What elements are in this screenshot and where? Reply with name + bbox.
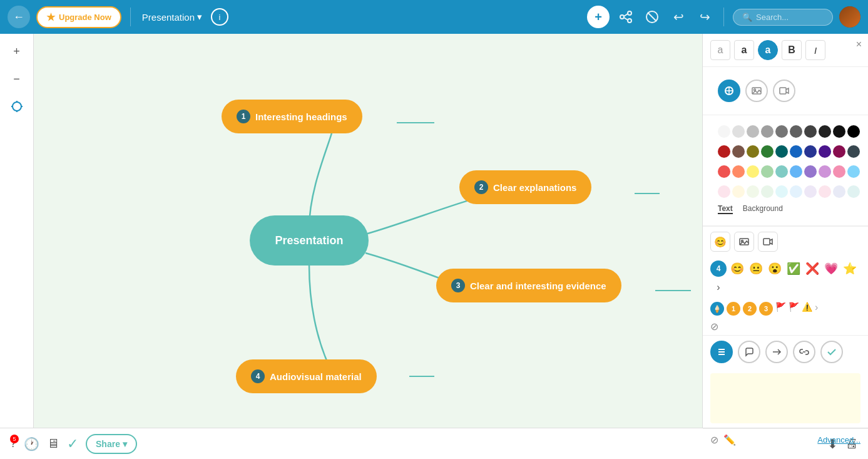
canvas[interactable]: Presentation 1 Interesting headings 2 Cl… (34, 34, 702, 428)
emoji-star[interactable]: ⭐ (842, 260, 858, 277)
sticker-num-2[interactable]: 2 (743, 302, 757, 316)
color-swatch[interactable] (775, 185, 788, 198)
video-tab-button[interactable] (758, 232, 778, 252)
bubble-action-button[interactable] (738, 341, 760, 363)
emoji-neutral[interactable]: 😐 (748, 260, 764, 277)
arrow-action-button[interactable] (765, 341, 788, 363)
color-swatch[interactable] (718, 125, 730, 138)
color-swatch[interactable] (790, 165, 802, 178)
more-stickers-button[interactable]: › (815, 302, 818, 316)
crosshair-button[interactable] (7, 96, 27, 116)
color-swatch[interactable] (819, 145, 831, 158)
color-swatch[interactable] (833, 125, 845, 138)
color-swatch[interactable] (847, 185, 860, 198)
sticker-num-3[interactable]: 3 (759, 302, 773, 316)
panel-edit-icon[interactable]: ✏️ (723, 434, 736, 446)
background-tab[interactable]: Background (743, 204, 783, 214)
color-swatch[interactable] (847, 125, 860, 138)
color-swatch[interactable] (747, 185, 759, 198)
color-swatch[interactable] (804, 125, 817, 138)
emoji-4[interactable]: 4 (710, 260, 727, 277)
emoji-smile[interactable]: 😊 (729, 260, 745, 277)
color-swatch[interactable] (804, 145, 817, 158)
info-button[interactable]: i (211, 8, 228, 26)
color-swatch[interactable] (718, 165, 730, 178)
block-button[interactable] (642, 7, 662, 27)
color-swatch[interactable] (761, 165, 774, 178)
color-swatch[interactable] (775, 145, 788, 158)
image-type-button[interactable] (745, 80, 768, 102)
emoji-surprised[interactable]: 😮 (767, 260, 783, 277)
sticker-num-4[interactable]: 🍦 (710, 302, 724, 316)
check-action-button[interactable] (820, 341, 843, 363)
color-swatch[interactable] (833, 145, 845, 158)
text-style-normal[interactable]: a (710, 40, 730, 60)
color-swatch[interactable] (819, 165, 831, 178)
color-swatch[interactable] (790, 125, 802, 138)
emoji-check[interactable]: ✅ (785, 260, 802, 277)
search-input[interactable] (756, 13, 824, 22)
color-swatch[interactable] (732, 145, 745, 158)
color-swatch[interactable] (833, 185, 845, 198)
node-3[interactable]: 3 Clear and interesting evidence (436, 269, 621, 302)
add-button[interactable]: + (587, 6, 610, 28)
color-swatch[interactable] (819, 125, 831, 138)
color-swatch[interactable] (747, 145, 759, 158)
screen-icon[interactable]: 🖥 (47, 436, 59, 451)
video-type-button[interactable] (773, 80, 795, 102)
emoji-x[interactable]: ❌ (804, 260, 820, 277)
flag-gray-icon[interactable]: 🚩 (789, 302, 799, 316)
color-swatch[interactable] (718, 185, 730, 198)
color-swatch[interactable] (804, 185, 817, 198)
panel-close-button[interactable]: × (856, 39, 862, 50)
list-action-button[interactable] (710, 341, 733, 363)
note-area[interactable] (710, 373, 860, 423)
color-swatch[interactable] (761, 145, 774, 158)
color-swatch[interactable] (790, 145, 802, 158)
node-1[interactable]: 1 Interesting headings (222, 100, 362, 133)
emoji-tab-button[interactable]: 😊 (710, 232, 730, 252)
color-swatch[interactable] (847, 165, 860, 178)
redo-button[interactable]: ↪ (695, 7, 715, 27)
color-swatch[interactable] (819, 185, 831, 198)
text-tab[interactable]: Text (718, 204, 733, 214)
emoji-chevron-right[interactable]: › (710, 279, 727, 296)
color-swatch[interactable] (847, 145, 860, 158)
color-swatch[interactable] (747, 165, 759, 178)
back-button[interactable]: ← (8, 6, 30, 28)
share-connections-button[interactable] (616, 7, 636, 27)
color-swatch[interactable] (718, 145, 730, 158)
undo-button[interactable]: ↩ (668, 7, 688, 27)
sticker-num-1[interactable]: 1 (727, 302, 740, 316)
color-swatch[interactable] (790, 185, 802, 198)
notification-button[interactable]: ? 5 (10, 437, 16, 450)
color-swatch[interactable] (804, 165, 817, 178)
color-swatch[interactable] (732, 125, 745, 138)
advanced-link[interactable]: Advanced... (817, 435, 860, 445)
flag-green-icon[interactable]: 🚩 (775, 302, 786, 316)
link-type-button[interactable] (718, 80, 740, 102)
cancel-icon[interactable]: ⊘ (710, 321, 718, 332)
link-action-button[interactable] (793, 341, 815, 363)
node-2[interactable]: 2 Clear explanations (459, 170, 591, 204)
text-bold-button[interactable]: B (782, 40, 802, 60)
color-swatch[interactable] (775, 165, 788, 178)
color-swatch[interactable] (761, 185, 774, 198)
emoji-heart[interactable]: 💗 (823, 260, 839, 277)
warning-icon[interactable]: ⚠️ (802, 302, 812, 316)
color-swatch[interactable] (747, 125, 759, 138)
check-icon[interactable]: ✓ (67, 436, 78, 452)
history-icon[interactable]: 🕐 (24, 436, 39, 451)
avatar[interactable] (839, 6, 860, 28)
zoom-out-button[interactable]: − (7, 69, 27, 89)
panel-cancel-icon[interactable]: ⊘ (710, 434, 718, 446)
text-style-active[interactable]: a (758, 40, 778, 60)
color-swatch[interactable] (775, 125, 788, 138)
color-swatch[interactable] (732, 165, 745, 178)
upgrade-button[interactable]: ★ Upgrade Now (36, 6, 121, 28)
text-italic-button[interactable]: I (805, 40, 825, 60)
share-button[interactable]: Share ▾ (86, 434, 137, 454)
text-style-sans[interactable]: a (734, 40, 754, 60)
color-swatch[interactable] (833, 165, 845, 178)
search-bar[interactable]: 🔍 (733, 9, 833, 26)
